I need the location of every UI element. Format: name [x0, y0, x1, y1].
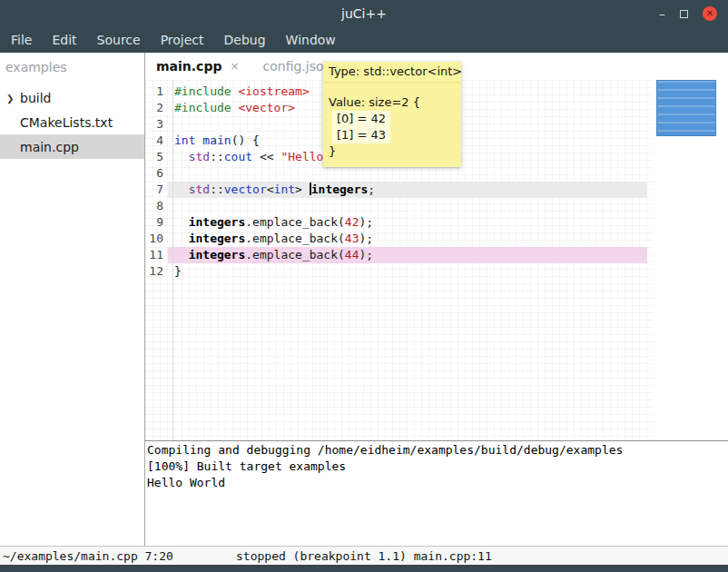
- code-token: main: [202, 133, 231, 147]
- code-token: );: [359, 215, 374, 229]
- code-token: .emplace_back(: [245, 248, 345, 261]
- menu-debug[interactable]: Debug: [224, 33, 266, 47]
- terminal-line: Hello World: [147, 475, 728, 491]
- code-line[interactable]: 7 std::vector<int> integers;: [145, 182, 654, 198]
- main-body: examples ❯ build CMakeLists.txt main.cpp…: [0, 53, 728, 546]
- line-number[interactable]: 12: [145, 263, 168, 280]
- code-token: .emplace_back(: [245, 215, 345, 229]
- code-token: );: [359, 248, 374, 261]
- code-text[interactable]: integers.emplace_back(44);: [168, 247, 647, 263]
- file-tree-sidebar: examples ❯ build CMakeLists.txt main.cpp: [0, 53, 145, 546]
- code-text[interactable]: integers.emplace_back(43);: [168, 231, 647, 247]
- close-icon[interactable]: ✕: [703, 6, 717, 21]
- debug-value-tooltip: Type: std::vector<int> Value: size=2 { […: [323, 62, 461, 167]
- line-number[interactable]: 9: [145, 214, 168, 231]
- code-token: <iostream>: [238, 84, 309, 98]
- tree-item-label: main.cpp: [20, 140, 79, 154]
- code-token: ;: [368, 182, 375, 196]
- tooltip-row: }: [329, 143, 456, 160]
- tree-item-build[interactable]: ❯ build: [0, 85, 144, 110]
- menu-file[interactable]: File: [11, 33, 32, 47]
- terminal-line: [100%] Built target examples: [147, 459, 728, 475]
- code-token: 44: [345, 248, 359, 261]
- status-file-position: ~/examples/main.cpp 7:20: [0, 549, 236, 563]
- minimize-icon[interactable]: –: [659, 7, 665, 20]
- line-number[interactable]: 5: [145, 149, 168, 165]
- code-token: [174, 232, 189, 245]
- code-token: ::: [210, 150, 224, 163]
- app-window: juCi++ – ✕ File Edit Source Project Debu…: [0, 0, 728, 572]
- tab-close-icon[interactable]: ×: [230, 60, 239, 73]
- tab-maincpp[interactable]: main.cpp ×: [156, 59, 240, 74]
- line-number[interactable]: 11: [145, 247, 168, 263]
- code-token: #include: [174, 84, 231, 98]
- tree-item-label: CMakeLists.txt: [20, 115, 113, 130]
- tree-item-cmakelists[interactable]: CMakeLists.txt: [0, 110, 144, 134]
- code-token: <<: [252, 150, 280, 163]
- restore-icon[interactable]: [680, 10, 688, 18]
- code-token: <: [267, 182, 274, 196]
- code-line[interactable]: 9 integers.emplace_back(42);: [145, 214, 654, 231]
- code-line[interactable]: 12}: [145, 263, 654, 280]
- code-text[interactable]: [168, 165, 647, 182]
- line-number[interactable]: 7: [145, 182, 168, 198]
- line-number[interactable]: 6: [145, 165, 168, 182]
- terminal-line: Compiling and debugging /home/eidheim/ex…: [147, 442, 728, 459]
- code-token: <vector>: [238, 101, 295, 114]
- menu-edit[interactable]: Edit: [52, 33, 76, 47]
- code-token: .emplace_back(: [245, 232, 345, 245]
- tooltip-type-line: Type: std::vector<int>: [323, 62, 461, 84]
- code-token: [174, 150, 189, 163]
- code-token: );: [359, 232, 374, 245]
- code-token: integers: [189, 215, 246, 229]
- scroll-overview-indicator[interactable]: [656, 80, 716, 136]
- code-token: [174, 248, 189, 261]
- menu-source[interactable]: Source: [97, 33, 141, 47]
- line-number[interactable]: 8: [145, 198, 168, 214]
- line-number[interactable]: 1: [145, 84, 168, 100]
- window-title: juCi++: [0, 6, 728, 21]
- code-text[interactable]: integers.emplace_back(42);: [168, 214, 647, 231]
- code-text[interactable]: std::vector<int> integers;: [168, 182, 647, 198]
- code-token: int: [274, 182, 295, 196]
- menu-bar: File Edit Source Project Debug Window: [0, 27, 728, 53]
- line-number[interactable]: 2: [145, 100, 168, 116]
- code-token: int: [174, 133, 195, 147]
- chevron-right-icon[interactable]: ❯: [6, 93, 14, 103]
- code-token: std: [189, 182, 210, 196]
- tab-label: main.cpp: [156, 59, 221, 74]
- editor-pane: main.cpp × config.json × 1#include <iost…: [145, 53, 728, 546]
- code-line[interactable]: 6: [145, 165, 654, 182]
- tree-item-maincpp[interactable]: main.cpp: [0, 134, 144, 159]
- code-line[interactable]: 10 integers.emplace_back(43);: [145, 231, 654, 247]
- code-text[interactable]: [168, 198, 647, 214]
- code-token: 43: [345, 232, 359, 245]
- menu-window[interactable]: Window: [286, 33, 336, 47]
- code-token: integers: [189, 248, 246, 261]
- code-token: std: [189, 150, 210, 163]
- line-number[interactable]: 3: [145, 116, 168, 133]
- code-token: [174, 215, 189, 229]
- window-controls: – ✕: [659, 6, 728, 21]
- code-line[interactable]: 11 integers.emplace_back(44);: [145, 247, 654, 263]
- code-line[interactable]: 8: [145, 198, 654, 214]
- code-token: 42: [345, 215, 359, 229]
- tooltip-row: [0] = 42: [332, 111, 390, 127]
- project-name: examples: [0, 53, 144, 85]
- terminal-output[interactable]: Compiling and debugging /home/eidheim/ex…: [145, 441, 728, 546]
- status-bar: ~/examples/main.cpp 7:20 stopped (breakp…: [0, 546, 728, 565]
- code-token: integers: [189, 232, 246, 245]
- line-number[interactable]: 4: [145, 133, 168, 149]
- code-token: integers: [311, 182, 369, 196]
- title-bar: juCi++ – ✕: [0, 0, 728, 27]
- tab-label: config.json: [263, 59, 332, 74]
- menu-project[interactable]: Project: [161, 33, 204, 47]
- code-token: cout: [224, 150, 252, 163]
- code-text[interactable]: }: [168, 263, 647, 280]
- bottom-strip: [0, 565, 728, 572]
- code-token: >: [295, 182, 310, 196]
- code-token: vector: [224, 182, 267, 196]
- line-number[interactable]: 10: [145, 231, 168, 247]
- gutter-separator: [172, 80, 173, 440]
- tree-item-label: build: [20, 91, 51, 105]
